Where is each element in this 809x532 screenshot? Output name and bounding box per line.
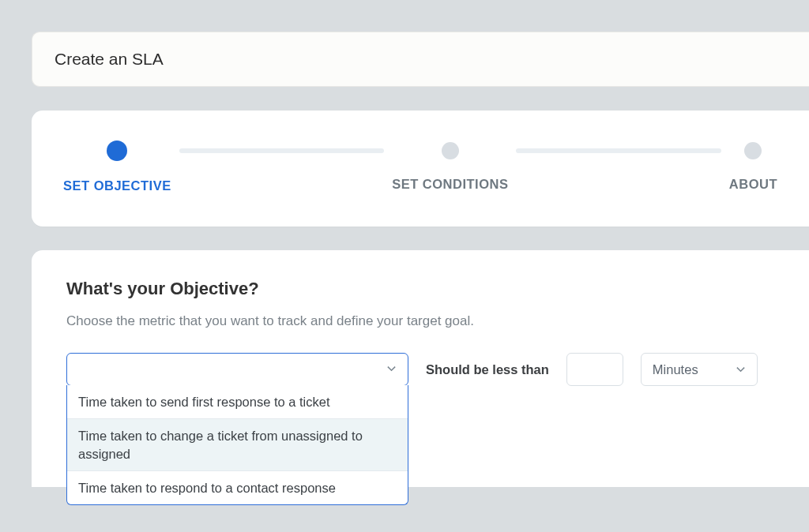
stepper: SET OBJECTIVE SET CONDITIONS ABOUT <box>63 142 777 193</box>
step-label: SET CONDITIONS <box>392 177 508 192</box>
step-about[interactable]: ABOUT <box>729 142 777 192</box>
threshold-input[interactable] <box>566 353 623 386</box>
objective-controls: Time taken to send first response to a t… <box>66 353 774 386</box>
unit-selected-value: Minutes <box>653 362 698 377</box>
chevron-down-icon <box>386 362 397 377</box>
step-label: SET OBJECTIVE <box>63 178 171 193</box>
section-subtext: Choose the metric that you want to track… <box>66 313 774 329</box>
stepper-card: SET OBJECTIVE SET CONDITIONS ABOUT <box>32 111 809 227</box>
metric-option[interactable]: Time taken to change a ticket from unass… <box>67 418 408 470</box>
objective-card: What's your Objective? Choose the metric… <box>32 250 809 487</box>
step-set-objective[interactable]: SET OBJECTIVE <box>63 142 171 193</box>
metric-option[interactable]: Time taken to respond to a contact respo… <box>67 470 408 504</box>
page-title: Create an SLA <box>55 50 787 69</box>
metric-dropdown-trigger[interactable] <box>66 353 408 386</box>
step-label: ABOUT <box>729 177 777 192</box>
step-circle-icon <box>442 142 459 159</box>
metric-dropdown-menu: Time taken to send first response to a t… <box>66 385 408 505</box>
metric-dropdown[interactable]: Time taken to send first response to a t… <box>66 353 408 386</box>
step-set-conditions[interactable]: SET CONDITIONS <box>392 142 508 192</box>
section-heading: What's your Objective? <box>66 279 774 299</box>
metric-option[interactable]: Time taken to send first response to a t… <box>67 385 408 418</box>
step-circle-icon <box>744 142 762 159</box>
step-connector <box>516 148 721 153</box>
comparison-label: Should be less than <box>426 353 549 386</box>
step-connector <box>179 148 384 153</box>
chevron-down-icon <box>736 362 746 377</box>
page-header: Create an SLA <box>32 32 809 87</box>
unit-select[interactable]: Minutes <box>641 353 758 386</box>
step-circle-icon <box>107 140 127 161</box>
